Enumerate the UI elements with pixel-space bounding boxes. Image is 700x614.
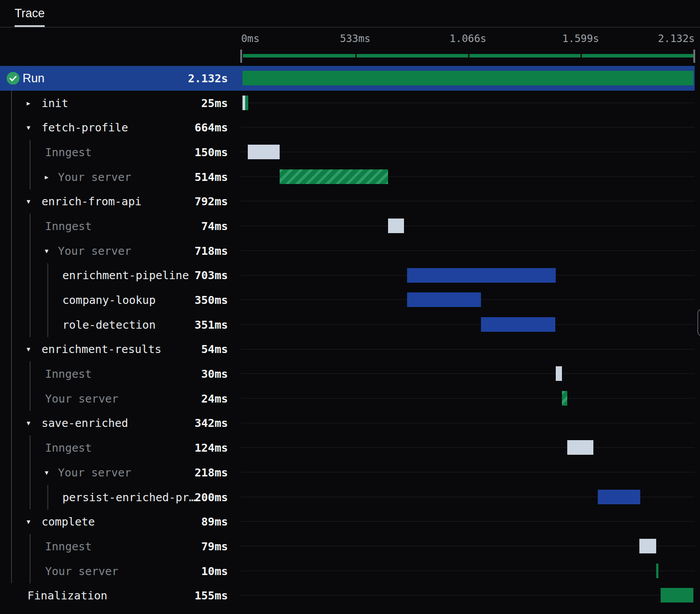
row-lane-line: [241, 250, 695, 251]
span-duration: 124ms: [0, 441, 228, 454]
span-duration: 74ms: [0, 219, 228, 232]
row-enrich-from-api[interactable]: ▾enrich-from-api792ms: [0, 189, 695, 214]
row-lane-line: [241, 423, 695, 423]
ruler-mid-tick: [355, 53, 357, 58]
indent-guide: [47, 485, 48, 510]
row-your-server[interactable]: ▾Your server718ms: [0, 238, 695, 263]
row-lane-line: [241, 226, 695, 226]
span-bar-your-server[interactable]: [656, 564, 658, 578]
span-bar-persist-enriched-pr[interactable]: [598, 490, 640, 504]
span-duration: 664ms: [0, 121, 228, 134]
span-bar-finalization[interactable]: [661, 588, 693, 602]
span-duration: 718ms: [0, 244, 228, 257]
span-duration: 350ms: [0, 294, 228, 307]
tab-trace-label: Trace: [15, 7, 45, 20]
row-inngest[interactable]: Inngest74ms: [0, 214, 695, 238]
row-role-detection[interactable]: role-detection351ms: [0, 312, 695, 337]
row-inngest[interactable]: Inngest79ms: [0, 534, 695, 559]
row-your-server[interactable]: Your server10ms: [0, 559, 695, 583]
row-lane-line: [241, 152, 695, 152]
tab-trace[interactable]: Trace: [15, 0, 45, 27]
span-bar-inngest[interactable]: [556, 366, 562, 381]
scrollbar-thumb[interactable]: [697, 309, 700, 336]
indent-guide: [30, 214, 31, 337]
row-lane-line: [241, 103, 695, 103]
span-bar-inngest[interactable]: [639, 539, 656, 553]
row-save-enriched[interactable]: ▾save-enriched342ms: [0, 411, 695, 436]
row-lane-line: [241, 472, 695, 472]
ruler-tick-label: 0ms: [241, 33, 260, 44]
row-your-server[interactable]: ▾Your server218ms: [0, 460, 695, 485]
span-bar-inngest[interactable]: [388, 219, 404, 233]
span-duration: 200ms: [0, 491, 228, 503]
span-duration: 54ms: [0, 343, 228, 356]
span-bar-run[interactable]: [242, 71, 693, 85]
span-bar-role-detection[interactable]: [481, 317, 555, 332]
row-lane-line: [241, 546, 695, 546]
indent-guide: [30, 361, 31, 411]
span-bar-inngest[interactable]: [567, 440, 593, 455]
row-lane-line: [241, 521, 695, 522]
active-tab-indicator: [15, 25, 45, 27]
row-init[interactable]: ▸init25ms: [0, 91, 695, 115]
ruler-tick-label: 1.066s: [450, 33, 486, 44]
span-duration: 10ms: [0, 564, 228, 577]
span-bar-company-lookup[interactable]: [407, 292, 481, 307]
span-duration: 703ms: [0, 269, 228, 282]
row-enrichment-results[interactable]: ▾enrichment-results54ms: [0, 337, 695, 362]
span-duration: 218ms: [0, 466, 228, 479]
timeline-ruler: 0ms533ms1.066s1.599s2.132s: [0, 27, 700, 66]
ruler-end-tick: [693, 50, 695, 63]
ruler-tick-label: 1.599s: [562, 33, 599, 44]
trace-rows: Run2.132s▸init25ms▾fetch-profile664msInn…: [0, 66, 695, 608]
row-enrichment-pipeline[interactable]: enrichment-pipeline703ms: [0, 263, 695, 288]
row-lane-line: [241, 127, 695, 127]
row-lane-line: [241, 349, 695, 349]
tab-bar: Trace: [0, 0, 700, 27]
ruler-mid-tick: [581, 53, 582, 58]
row-lane-line: [241, 595, 695, 595]
indent-guide: [11, 91, 12, 583]
span-bar-init[interactable]: [242, 96, 248, 110]
indent-guide: [47, 263, 48, 337]
row-lane-line: [241, 201, 695, 201]
span-bar-enrichment-pipeline[interactable]: [407, 268, 556, 283]
row-inngest[interactable]: Inngest124ms: [0, 435, 695, 460]
row-finalization[interactable]: Finalization155ms: [0, 583, 695, 608]
ruler-tick-label: 533ms: [340, 33, 370, 44]
row-your-server[interactable]: ▸Your server514ms: [0, 165, 695, 189]
span-duration: 155ms: [0, 589, 228, 602]
indent-guide: [30, 435, 31, 509]
row-inngest[interactable]: Inngest150ms: [0, 140, 695, 165]
row-persist-enriched-pr[interactable]: persist-enriched-pr…200ms: [0, 485, 695, 510]
span-duration: 514ms: [0, 170, 228, 183]
row-lane-line: [241, 571, 695, 571]
row-company-lookup[interactable]: company-lookup350ms: [0, 288, 695, 312]
row-run[interactable]: Run2.132s: [0, 66, 695, 91]
row-lane-line: [241, 324, 695, 325]
row-fetch-profile[interactable]: ▾fetch-profile664ms: [0, 115, 695, 140]
span-duration: 30ms: [0, 368, 228, 380]
span-bar-inngest[interactable]: [248, 145, 280, 159]
span-duration: 792ms: [0, 195, 228, 208]
span-duration: 2.132s: [0, 72, 228, 84]
row-complete[interactable]: ▾complete89ms: [0, 509, 695, 534]
ruler-start-tick: [240, 50, 242, 63]
row-your-server[interactable]: Your server24ms: [0, 386, 695, 411]
span-duration: 351ms: [0, 318, 228, 331]
span-duration: 79ms: [0, 540, 228, 553]
row-lane-line: [241, 398, 695, 399]
span-duration: 24ms: [0, 392, 228, 405]
span-duration: 25ms: [0, 96, 228, 109]
row-lane-line: [241, 447, 695, 448]
row-lane-line: [241, 373, 695, 374]
ruler-tick-label: 2.132s: [658, 33, 695, 44]
span-duration: 150ms: [0, 146, 228, 158]
span-duration: 342ms: [0, 417, 228, 430]
indent-guide: [30, 534, 31, 583]
row-inngest[interactable]: Inngest30ms: [0, 361, 695, 386]
span-bar-your-server[interactable]: [280, 169, 388, 184]
ruler-mid-tick: [468, 53, 469, 58]
span-bar-your-server[interactable]: [562, 391, 567, 406]
indent-guide: [30, 140, 31, 189]
